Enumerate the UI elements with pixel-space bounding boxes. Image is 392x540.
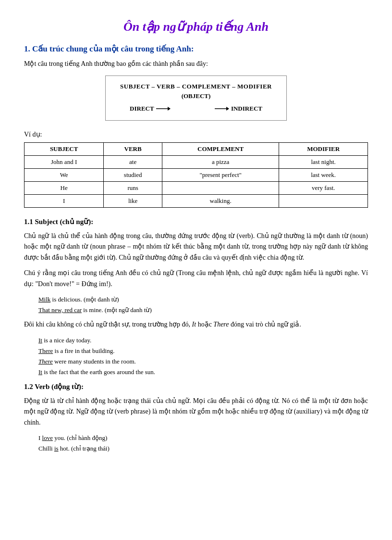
example-label: Ví dụ: xyxy=(24,130,368,138)
diagram-arrows: DIRECT INDIRECT xyxy=(120,105,272,113)
section11-examples2: It is a nice day today. There is a fire … xyxy=(38,335,368,377)
example-text: is the fact that the earth goes around t… xyxy=(42,368,155,376)
svg-marker-3 xyxy=(226,107,229,111)
example-underline: It xyxy=(38,337,42,344)
section12-examples: I love you. (chỉ hành động) Chilli is ho… xyxy=(38,433,368,454)
section11-para3: Đôi khi câu không có chủ ngữ thật sự, tr… xyxy=(24,319,368,330)
cell: ate xyxy=(104,156,162,169)
diagram-box: SUBJECT – VERB – COMPLEMENT – MODIFIER (… xyxy=(105,75,287,121)
example-text: I xyxy=(38,434,42,441)
indirect-label: INDIRECT xyxy=(231,105,262,113)
table-row: He runs very fast. xyxy=(24,182,368,195)
grammar-table: SUBJECT VERB COMPLEMENT MODIFIER John an… xyxy=(24,142,368,208)
cell: He xyxy=(24,182,104,195)
list-item: There were many students in the room. xyxy=(38,356,368,367)
list-item: Chilli is hot. (chỉ trạng thái) xyxy=(38,443,368,454)
example-text: Chilli xyxy=(38,445,54,452)
example-underline: love xyxy=(42,434,53,441)
cell: very fast. xyxy=(279,182,368,195)
svg-marker-1 xyxy=(168,107,171,111)
example-underline: It xyxy=(38,368,42,376)
diagram-container: SUBJECT – VERB – COMPLEMENT – MODIFIER (… xyxy=(24,75,368,121)
section11-para2: Chú ý rằng mọi câu trong tiếng Anh đều c… xyxy=(24,268,368,289)
there-text: There xyxy=(213,321,229,328)
example-text: is a nice day today. xyxy=(42,337,91,344)
example-text: you. (chỉ hành động) xyxy=(53,434,107,441)
diagram-line2: (OBJECT) xyxy=(120,92,272,100)
cell: runs xyxy=(104,182,162,195)
it-text: It xyxy=(192,321,196,328)
example-underline: Milk xyxy=(38,296,50,303)
arrow-right-icon2 xyxy=(215,105,229,112)
example-underline: There xyxy=(38,347,53,354)
cell: John and I xyxy=(24,156,104,169)
col-modifier: MODIFIER xyxy=(279,143,368,156)
example-text: hot. (chỉ trạng thái) xyxy=(59,445,110,452)
example-text: were many students in the room. xyxy=(53,358,136,365)
section11-examples1: Milk is delicious. (một danh từ) That ne… xyxy=(38,294,368,315)
direct-label: DIRECT xyxy=(130,105,154,113)
example-text: is mine. (một ngữ danh từ) xyxy=(82,306,152,314)
table-row: We studied "present perfect" last week. xyxy=(24,169,368,182)
cell: studied xyxy=(104,169,162,182)
section11-para1: Chủ ngữ là chủ thể của hành động trong c… xyxy=(24,231,368,263)
col-complement: COMPLEMENT xyxy=(162,143,279,156)
cell: a pizza xyxy=(162,156,279,169)
cell: I xyxy=(24,195,104,208)
table-row: John and I ate a pizza last night. xyxy=(24,156,368,169)
example-text: is a fire in that building. xyxy=(53,347,114,354)
list-item: There is a fire in that building. xyxy=(38,346,368,356)
cell: last week. xyxy=(279,169,368,182)
cell: last night. xyxy=(279,156,368,169)
cell: We xyxy=(24,169,104,182)
cell: "present perfect" xyxy=(162,169,279,182)
list-item: Milk is delicious. (một danh từ) xyxy=(38,294,368,305)
page-title: Ôn tập ngữ pháp tiếng Anh xyxy=(24,19,368,34)
cell xyxy=(279,195,368,208)
section11-heading: 1.1 Subject (chủ ngữ): xyxy=(24,217,368,226)
section1-intro: Một câu trong tiếng Anh thường bao gồm c… xyxy=(24,60,368,68)
arrow-indirect: INDIRECT xyxy=(215,105,262,113)
cell: like xyxy=(104,195,162,208)
col-subject: SUBJECT xyxy=(24,143,104,156)
list-item: It is the fact that the earth goes aroun… xyxy=(38,367,368,377)
table-row: I like walking. xyxy=(24,195,368,208)
list-item: That new, red car is mine. (một ngữ danh… xyxy=(38,305,368,315)
section12-heading: 1.2 Verb (động từ): xyxy=(24,382,368,391)
list-item: It is a nice day today. xyxy=(38,335,368,346)
diagram-line1: SUBJECT – VERB – COMPLEMENT – MODIFIER xyxy=(120,83,272,90)
cell xyxy=(162,182,279,195)
col-verb: VERB xyxy=(104,143,162,156)
arrow-right-icon xyxy=(156,105,171,112)
section1-heading: 1. Cấu trúc chung của một câu trong tiến… xyxy=(24,44,368,54)
example-underline: is xyxy=(54,445,59,452)
example-underline: That new, red car xyxy=(38,306,82,314)
example-text: is delicious. (một danh từ) xyxy=(50,296,119,303)
list-item: I love you. (chỉ hành động) xyxy=(38,433,368,443)
arrow-direct: DIRECT xyxy=(130,105,171,113)
example-underline: There xyxy=(38,358,53,365)
cell: walking. xyxy=(162,195,279,208)
section12-para1: Động từ là từ chỉ hành động hoặc trạng t… xyxy=(24,396,368,428)
